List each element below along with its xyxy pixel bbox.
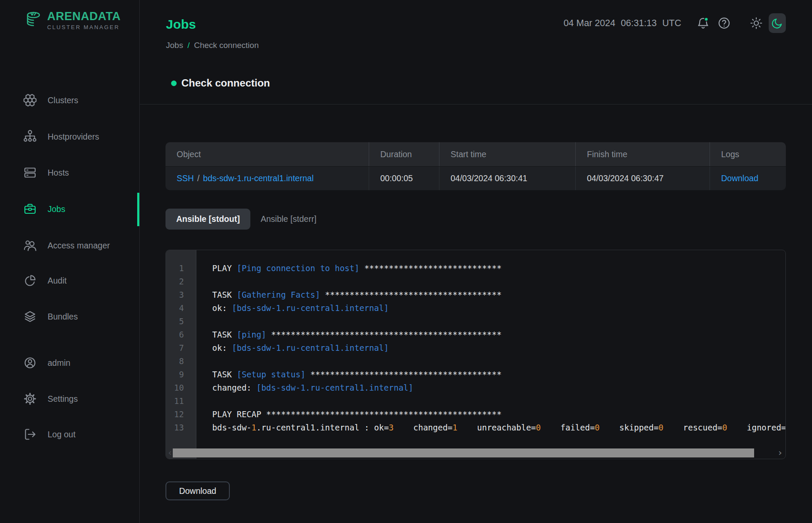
job-heading: Check connection (171, 77, 270, 89)
section-divider (140, 104, 812, 105)
log-line: bds-sdw-1.ru-central1.internal : ok=3 ch… (212, 421, 785, 434)
jobs-table: Object Duration Start time Finish time L… (165, 142, 786, 190)
logs-cell: Download (710, 167, 786, 190)
moon-icon (770, 16, 785, 30)
logout-icon (23, 427, 37, 442)
active-item-indicator (137, 193, 139, 226)
sidebar-item-bundles[interactable]: Bundles (23, 306, 78, 327)
help-icon (717, 16, 731, 30)
object-cell: SSH / bds-sdw-1.ru-central1.internal (165, 167, 369, 190)
scroll-right-icon[interactable]: › (778, 448, 782, 457)
column-start-time: Start time (439, 142, 575, 166)
sidebar-item-label: admin (48, 358, 70, 368)
sun-icon (749, 16, 764, 30)
line-number: 5 (166, 315, 184, 328)
sidebar-item-log-out[interactable]: Log out (23, 424, 75, 445)
bell-button[interactable] (696, 16, 710, 30)
sidebar-item-audit[interactable]: Audit (23, 270, 66, 291)
sidebar-item-label: Settings (48, 394, 78, 404)
hosts-icon (23, 165, 37, 180)
jobs-icon (23, 202, 37, 216)
time-text: 06:31:13 (621, 18, 657, 29)
brand-logo[interactable]: ARENADATA CLUSTER MANAGER (24, 10, 120, 30)
line-number: 7 (166, 341, 184, 355)
line-number: 10 (166, 381, 184, 394)
log-line (212, 315, 785, 328)
sidebar-item-label: Hosts (48, 168, 69, 178)
log-content: PLAY [Ping connection to host] *********… (212, 262, 785, 434)
sidebar-item-jobs[interactable]: Jobs (23, 199, 65, 219)
tab-ansible-stdout[interactable]: Ansible [stdout] (165, 209, 250, 230)
scroll-left-icon[interactable]: ‹ (168, 448, 172, 457)
horizontal-scrollbar[interactable]: ‹ › (166, 448, 785, 457)
table-row: SSH / bds-sdw-1.ru-central1.internal 00:… (165, 166, 786, 190)
object-type-link[interactable]: SSH (177, 173, 194, 183)
line-number: 8 (166, 355, 184, 368)
log-line: TASK [Gathering Facts] *****************… (212, 288, 785, 302)
column-object: Object (165, 142, 369, 166)
breadcrumb-current: Check connection (194, 41, 259, 50)
log-line: PLAY [Ping connection to host] *********… (212, 262, 785, 275)
page-title: Jobs (166, 17, 196, 32)
bell-icon (696, 16, 710, 30)
sun-button[interactable] (749, 16, 764, 30)
sidebar-item-settings[interactable]: Settings (23, 389, 78, 409)
tab-ansible-stderr[interactable]: Ansible [stderr] (257, 209, 320, 230)
start-time-cell: 04/03/2024 06:30:41 (439, 167, 575, 190)
access-manager-icon (23, 238, 37, 253)
log-line (212, 394, 785, 408)
column-duration: Duration (369, 142, 439, 166)
job-status-dot (171, 81, 177, 86)
breadcrumb: Jobs / Check connection (166, 41, 259, 50)
line-number: 12 (166, 408, 184, 421)
date-text: 04 Mar 2024 (563, 18, 615, 29)
sidebar-item-label: Clusters (48, 96, 78, 105)
arenadata-logo-icon (24, 10, 44, 30)
column-finish-time: Finish time (575, 142, 710, 166)
sidebar-item-label: Audit (48, 276, 66, 286)
log-line: TASK [Setup status] ********************… (212, 368, 785, 381)
sidebar-item-access-manager[interactable]: Access manager (23, 235, 110, 256)
scrollbar-thumb[interactable] (173, 448, 754, 457)
line-number-gutter: 12345678910111213 (166, 250, 196, 459)
bundles-icon (23, 309, 37, 324)
sidebar-item-hosts[interactable]: Hosts (23, 162, 69, 183)
hostproviders-icon (23, 129, 37, 144)
finish-time-cell: 04/03/2024 06:30:47 (575, 167, 710, 190)
gear-icon (23, 392, 37, 406)
sidebar: ARENADATA CLUSTER MANAGER ClustersHostpr… (0, 0, 140, 523)
clusters-icon (23, 93, 37, 108)
object-separator: / (197, 173, 199, 183)
download-button[interactable]: Download (165, 481, 230, 500)
sidebar-item-admin[interactable]: admin (23, 353, 70, 373)
log-line: changed: [bds-sdw-1.ru-central1.internal… (212, 381, 785, 394)
log-line: ok: [bds-sdw-1.ru-central1.internal] (212, 341, 785, 355)
column-logs: Logs (710, 142, 786, 166)
job-heading-text: Check connection (181, 77, 270, 89)
breadcrumb-jobs[interactable]: Jobs (166, 41, 183, 50)
sidebar-item-label: Jobs (48, 204, 65, 214)
line-number: 3 (166, 288, 184, 302)
sidebar-item-hostproviders[interactable]: Hostproviders (23, 126, 99, 147)
log-line: ok: [bds-sdw-1.ru-central1.internal] (212, 302, 785, 315)
duration-cell: 00:00:05 (369, 167, 439, 190)
log-line (212, 275, 785, 288)
brand-name: ARENADATA (47, 11, 120, 22)
brand-subtitle: CLUSTER MANAGER (47, 24, 120, 30)
datetime: 04 Mar 2024 06:31:13 UTC (563, 18, 681, 29)
help-button[interactable] (717, 16, 731, 30)
topbar: 04 Mar 2024 06:31:13 UTC (563, 13, 786, 33)
table-header-row: Object Duration Start time Finish time L… (165, 142, 786, 166)
log-line: TASK [ping] ****************************… (212, 328, 785, 341)
object-name-link[interactable]: bds-sdw-1.ru-central1.internal (203, 173, 314, 183)
line-number: 6 (166, 328, 184, 341)
line-number: 2 (166, 275, 184, 288)
moon-button[interactable] (769, 13, 786, 33)
sidebar-item-clusters[interactable]: Clusters (23, 90, 78, 111)
logs-download-link[interactable]: Download (721, 173, 758, 183)
line-number: 13 (166, 421, 184, 434)
sidebar-item-label: Bundles (48, 312, 78, 322)
line-number: 1 (166, 262, 184, 275)
breadcrumb-separator: / (187, 41, 189, 50)
log-line (212, 355, 785, 368)
